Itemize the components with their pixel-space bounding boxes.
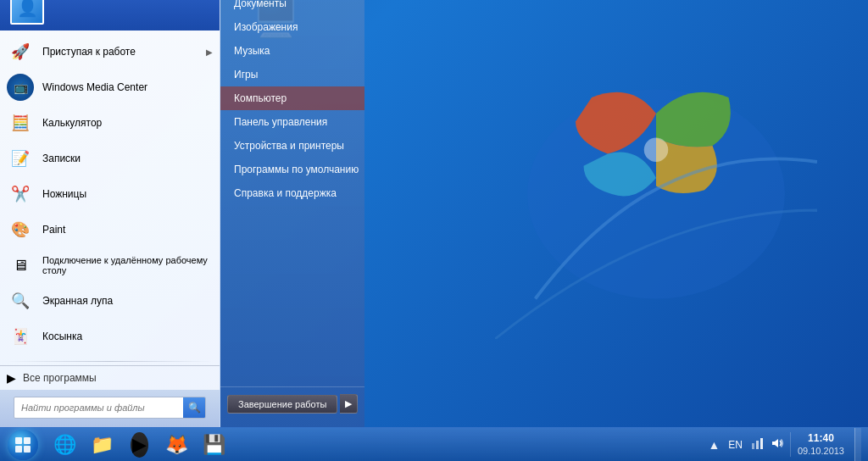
- svg-rect-5: [24, 446, 31, 453]
- calculator-icon: 🧮: [7, 109, 34, 136]
- solitaire-icon: 🃏: [7, 323, 34, 350]
- taskbar-icons: 🌐 📁 ▶ 🦊 💾: [46, 428, 699, 461]
- menu-item-solitaire[interactable]: 🃏 Косынка: [0, 319, 220, 354]
- right-item-music[interactable]: Музыка: [220, 39, 364, 63]
- programs-list: 🚀 Приступая к работе ▶ 📺 Windows Media C…: [0, 31, 220, 358]
- scissors-icon: ✂️: [7, 181, 34, 208]
- menu-item-scissors[interactable]: ✂️ Ножницы: [0, 176, 220, 212]
- remote-desktop-icon: 🖥: [7, 252, 34, 279]
- notes-label: Записки: [42, 153, 213, 164]
- all-programs-button[interactable]: ▶ Все программы: [0, 365, 220, 390]
- right-item-control-panel[interactable]: Панель управления: [220, 110, 364, 134]
- svg-rect-2: [15, 437, 22, 444]
- right-item-devices-printers[interactable]: Устройства и принтеры: [220, 134, 364, 158]
- shutdown-button[interactable]: Завершение работы: [227, 395, 337, 414]
- desktop: 🖥️ 👤 🚀 Приступая к работе ▶ 📺 Windows: [0, 0, 868, 461]
- taskbar: 🌐 📁 ▶ 🦊 💾 ▲ EN: [0, 427, 868, 461]
- menu-item-magnifier[interactable]: 🔍 Экранная лупа: [0, 283, 220, 319]
- search-box: 🔍: [14, 397, 206, 419]
- svg-rect-6: [752, 443, 754, 449]
- svg-rect-8: [760, 438, 763, 449]
- calculator-label: Калькулятор: [42, 117, 213, 129]
- magnifier-icon: 🔍: [7, 287, 34, 314]
- start-orb: [8, 430, 38, 460]
- taskbar-icon-explorer[interactable]: 📁: [83, 428, 120, 462]
- svg-rect-4: [15, 446, 22, 453]
- taskbar-icon-firefox[interactable]: 🦊: [158, 428, 195, 462]
- paint-icon: 🎨: [7, 216, 34, 243]
- magnifier-label: Экранная лупа: [42, 295, 213, 307]
- avatar: 👤: [10, 0, 44, 25]
- right-item-games[interactable]: Игры: [220, 63, 364, 86]
- shutdown-arrow-button[interactable]: ▶: [340, 394, 358, 414]
- taskbar-icon-media-player[interactable]: ▶: [120, 428, 158, 462]
- scissors-label: Ножницы: [42, 188, 213, 200]
- search-button[interactable]: 🔍: [183, 397, 205, 419]
- start-menu: 👤 🚀 Приступая к работе ▶ 📺 Windows Media…: [0, 0, 364, 427]
- show-desktop-button[interactable]: [854, 428, 861, 462]
- svg-rect-7: [756, 441, 759, 449]
- right-item-default-programs[interactable]: Программы по умолчанию: [220, 158, 364, 181]
- right-item-help-support[interactable]: Справка и поддержка: [220, 181, 364, 205]
- menu-item-calculator[interactable]: 🧮 Калькулятор: [0, 105, 220, 141]
- windows-logo: [495, 17, 817, 339]
- shutdown-label: Завершение работы: [238, 399, 326, 409]
- menu-item-getting-started[interactable]: 🚀 Приступая к работе ▶: [0, 34, 220, 69]
- language-label: EN: [728, 439, 743, 451]
- menu-item-windows-media-center[interactable]: 📺 Windows Media Center: [0, 69, 220, 105]
- svg-point-1: [644, 138, 669, 163]
- network-icon[interactable]: [749, 435, 766, 454]
- menu-item-notes[interactable]: 📝 Записки: [0, 141, 220, 176]
- start-button[interactable]: [0, 428, 46, 462]
- start-menu-right-panel: Документы Изображения Музыка Игры Компью…: [220, 0, 364, 427]
- system-clock[interactable]: 11:40 09.10.2013: [790, 432, 851, 458]
- svg-marker-9: [772, 439, 778, 447]
- wmc-icon: 📺: [7, 74, 34, 101]
- right-item-computer[interactable]: Компьютер: [220, 86, 364, 110]
- remote-desktop-label: Подключение к удалённому рабочему столу: [42, 255, 213, 275]
- language-button[interactable]: EN: [725, 437, 746, 453]
- svg-rect-3: [24, 437, 31, 444]
- notes-icon: 📝: [7, 145, 34, 172]
- user-section: 👤: [0, 0, 220, 31]
- arrow-icon: ▶: [206, 47, 213, 57]
- windows-orb-icon: [14, 436, 32, 454]
- menu-item-paint[interactable]: 🎨 Paint: [0, 212, 220, 247]
- search-input[interactable]: [14, 403, 183, 413]
- paint-label: Paint: [42, 224, 213, 236]
- expand-icon: ▲: [708, 438, 720, 452]
- volume-icon[interactable]: [770, 435, 787, 454]
- taskbar-icon-floppy[interactable]: 💾: [195, 428, 232, 462]
- clock-time: 11:40: [798, 432, 844, 446]
- shutdown-section: Завершение работы ▶: [220, 386, 364, 420]
- tray-expand-button[interactable]: ▲: [706, 436, 721, 453]
- wmc-label: Windows Media Center: [42, 81, 213, 93]
- start-menu-left-panel: 👤 🚀 Приступая к работе ▶ 📺 Windows Media…: [0, 0, 220, 427]
- menu-item-remote-desktop[interactable]: 🖥 Подключение к удалённому рабочему стол…: [0, 247, 220, 283]
- taskbar-right: ▲ EN: [699, 428, 868, 462]
- getting-started-icon: 🚀: [7, 38, 34, 65]
- solitaire-label: Косынка: [42, 330, 213, 342]
- getting-started-label: Приступая к работе: [42, 46, 198, 58]
- right-item-documents[interactable]: Документы: [220, 0, 364, 15]
- clock-date: 09.10.2013: [798, 445, 844, 457]
- right-item-images[interactable]: Изображения: [220, 15, 364, 39]
- menu-separator: [7, 361, 213, 362]
- taskbar-icon-ie[interactable]: 🌐: [46, 428, 83, 462]
- all-programs-label: Все программы: [23, 372, 97, 384]
